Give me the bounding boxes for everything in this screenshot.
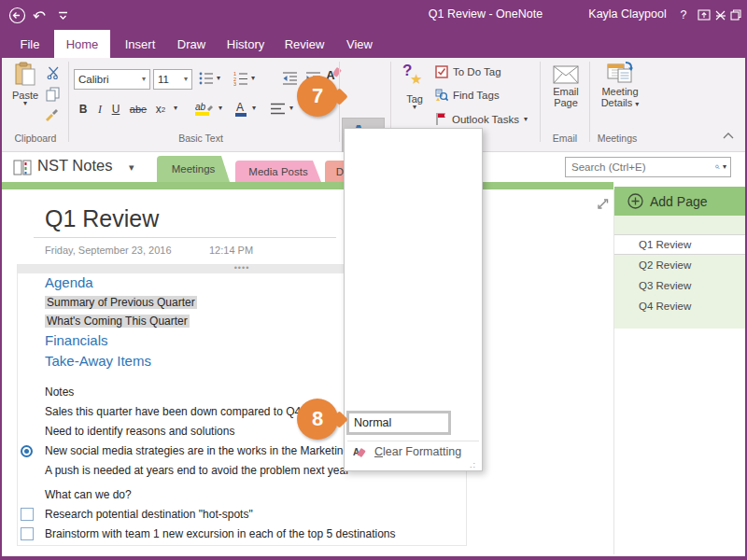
help-button[interactable]: ? xyxy=(676,7,691,23)
tab-review[interactable]: Review xyxy=(278,30,331,58)
note-line-todo[interactable]: Brainstorm with team 1 new excursion in … xyxy=(45,527,396,540)
section-tab-meetings[interactable]: Meetings xyxy=(157,156,230,182)
font-name-combobox[interactable]: Calibri▾ xyxy=(74,69,150,90)
section-tab-media-posts[interactable]: Media Posts xyxy=(235,161,321,182)
resize-grip[interactable]: .: xyxy=(470,460,476,469)
note-heading-financials[interactable]: Financials xyxy=(45,332,108,348)
notebook-name[interactable]: NST Notes xyxy=(37,157,112,175)
page-tab-q3-review[interactable]: Q3 Review xyxy=(614,275,747,296)
todo-checkbox[interactable] xyxy=(21,508,34,521)
italic-button[interactable]: I xyxy=(94,101,106,118)
note-line[interactable]: Sales this quarter have been down compar… xyxy=(45,405,314,418)
subscript-dropdown-arrow[interactable]: ▾ xyxy=(174,105,177,111)
group-separator xyxy=(589,62,590,142)
tab-insert[interactable]: Insert xyxy=(118,30,162,58)
font-size-combobox[interactable]: 11▾ xyxy=(153,69,192,90)
meeting-details-button[interactable]: Meeting Details ▾ xyxy=(596,62,644,108)
restore-button[interactable] xyxy=(729,8,742,21)
collapse-ribbon-button[interactable] xyxy=(721,129,736,142)
back-button[interactable] xyxy=(7,6,26,24)
paste-dropdown-arrow[interactable]: ▾ xyxy=(23,101,27,106)
section-color-bar xyxy=(0,182,613,189)
find-tags-button[interactable]: Find Tags xyxy=(435,89,500,102)
bold-button[interactable]: B xyxy=(77,101,90,118)
outlook-tasks-dropdown-arrow[interactable]: ▾ xyxy=(524,117,528,122)
meeting-details-dropdown-arrow[interactable]: ▾ xyxy=(635,100,639,108)
bullets-button[interactable] xyxy=(198,70,215,87)
email-page-button[interactable]: Email Page xyxy=(546,62,585,108)
search-icon[interactable] xyxy=(715,161,720,174)
tag-button[interactable]: ? ★ Tag ▾ xyxy=(396,62,433,110)
notebook-dropdown-arrow[interactable]: ▾ xyxy=(129,161,134,174)
close-icon xyxy=(715,10,726,21)
page-tab-q1-review[interactable]: Q1 Review xyxy=(614,234,747,255)
quick-access-toolbar-menu[interactable] xyxy=(56,8,69,21)
note-line-todo[interactable]: Research potential destination "hot-spot… xyxy=(45,508,253,521)
full-page-view-button[interactable] xyxy=(596,197,610,211)
tab-home[interactable]: Home xyxy=(54,30,110,58)
paste-button[interactable]: Paste ▾ xyxy=(7,62,43,106)
numbering-button[interactable]: 1 2 3 xyxy=(233,70,249,87)
page-tab-q2-review[interactable]: Q2 Review xyxy=(614,255,747,275)
paragraph-alignment-button[interactable] xyxy=(269,101,286,116)
note-line[interactable]: Need to identify reasons and solutions xyxy=(45,425,234,438)
tab-file[interactable]: File xyxy=(11,30,49,58)
decrease-indent-button[interactable] xyxy=(280,70,299,87)
todo-checkbox[interactable] xyxy=(21,527,34,540)
tab-draw[interactable]: Draw xyxy=(170,30,213,58)
clear-formatting-menu-item[interactable]: A Clear Formatting xyxy=(353,445,461,458)
window-title: Q1 Review - OneNote xyxy=(392,7,579,21)
note-line[interactable]: What can we do? xyxy=(45,488,132,501)
highlight-dropdown-arrow[interactable]: ▾ xyxy=(218,105,222,111)
ribbon-display-options-button[interactable] xyxy=(697,7,712,22)
bullets-dropdown-arrow[interactable]: ▾ xyxy=(217,76,220,81)
paste-clipboard-icon xyxy=(14,62,36,88)
font-color-icon: A xyxy=(234,100,247,118)
subscript-button[interactable]: x2 xyxy=(153,101,168,118)
outlook-tasks-button[interactable]: Outlook Tasks ▾ xyxy=(435,112,528,126)
format-painter-icon xyxy=(45,107,60,121)
page-tab-q4-review[interactable]: Q4 Review xyxy=(614,296,747,316)
highlight-button[interactable]: ab xyxy=(194,99,215,118)
star-icon: ★ xyxy=(410,71,422,88)
user-name[interactable]: Kayla Claypool xyxy=(585,7,670,21)
bullets-icon xyxy=(199,71,214,86)
underline-button[interactable]: U xyxy=(109,101,122,118)
menu-separator xyxy=(347,441,479,441)
undo-button[interactable] xyxy=(32,7,49,23)
search-box[interactable]: ▾ xyxy=(565,157,731,177)
window-border-bottom xyxy=(0,556,747,560)
format-painter-button[interactable] xyxy=(44,106,61,121)
tag-dropdown-arrow[interactable]: ▾ xyxy=(413,105,416,110)
note-line-selected[interactable]: Summary of Previous Quarter xyxy=(45,296,197,309)
note-heading-agenda[interactable]: Agenda xyxy=(45,274,93,290)
search-input[interactable] xyxy=(566,161,715,173)
font-color-dropdown-arrow[interactable]: ▾ xyxy=(252,105,256,111)
style-item-normal[interactable]: Normal xyxy=(346,411,451,435)
remember-tag-icon[interactable] xyxy=(21,445,33,457)
page-title[interactable]: Q1 Review xyxy=(45,205,159,232)
note-line[interactable]: Notes xyxy=(45,385,74,399)
ribbon-display-options-icon xyxy=(698,8,711,21)
add-page-button[interactable]: Add Page xyxy=(614,187,747,216)
note-line-selected[interactable]: What's Coming This Quarter xyxy=(45,315,190,328)
notebook-icon xyxy=(13,160,32,175)
cut-button[interactable] xyxy=(45,65,62,80)
font-color-button[interactable]: A xyxy=(233,99,248,118)
note-line[interactable]: A push is needed at years end to avoid t… xyxy=(45,464,349,477)
alignment-dropdown-arrow[interactable]: ▾ xyxy=(289,105,293,111)
close-button[interactable] xyxy=(713,8,726,21)
tab-view[interactable]: View xyxy=(338,30,381,58)
tab-history[interactable]: History xyxy=(218,30,273,58)
highlight-icon: ab xyxy=(195,100,214,118)
note-heading-take-away[interactable]: Take-Away Items xyxy=(45,353,151,369)
meeting-details-icon xyxy=(607,62,633,84)
todo-tag-button[interactable]: To Do Tag xyxy=(435,65,501,78)
svg-text:A: A xyxy=(236,101,244,114)
strikethrough-button[interactable]: abe xyxy=(127,101,149,118)
numbering-dropdown-arrow[interactable]: ▾ xyxy=(251,76,255,81)
onenote-window: Q1 Review - OneNote Kayla Claypool ? xyxy=(0,0,747,560)
search-scope-dropdown-arrow[interactable]: ▾ xyxy=(723,164,726,170)
copy-button[interactable] xyxy=(44,86,61,103)
todo-checkbox-icon xyxy=(435,65,448,78)
